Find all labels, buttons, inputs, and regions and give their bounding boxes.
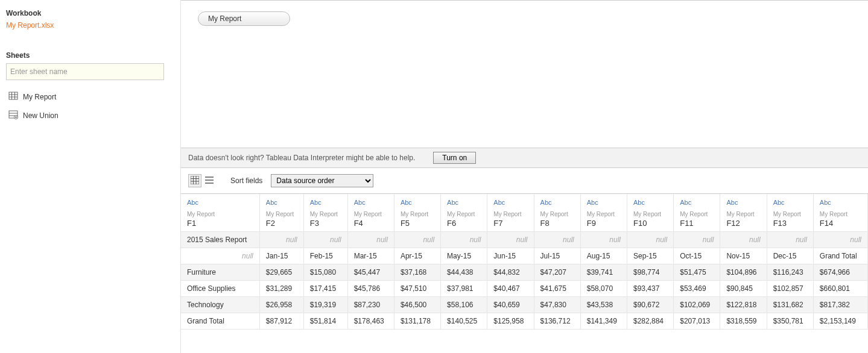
table-cell[interactable]: Jun-15 bbox=[487, 248, 534, 264]
table-cell[interactable]: Apr-15 bbox=[394, 248, 440, 264]
join-canvas[interactable]: My Report bbox=[181, 0, 868, 148]
table-cell[interactable]: $26,958 bbox=[259, 297, 303, 313]
table-cell[interactable]: Grand Total bbox=[813, 248, 867, 264]
column-header-f11[interactable]: AbcMy ReportF11 bbox=[674, 194, 720, 232]
column-header-f9[interactable]: AbcMy ReportF9 bbox=[580, 194, 627, 232]
table-cell[interactable]: $104,896 bbox=[720, 264, 767, 281]
column-header-f8[interactable]: AbcMy ReportF8 bbox=[534, 194, 580, 232]
table-cell[interactable]: null bbox=[674, 232, 720, 248]
table-cell[interactable]: $93,437 bbox=[627, 281, 673, 297]
table-cell[interactable]: null bbox=[303, 232, 347, 248]
table-cell[interactable]: null bbox=[394, 232, 440, 248]
column-header-f1[interactable]: AbcMy ReportF1 bbox=[181, 194, 259, 232]
table-cell[interactable]: $46,500 bbox=[394, 297, 440, 313]
table-cell[interactable]: $37,981 bbox=[441, 281, 487, 297]
table-cell[interactable]: $47,830 bbox=[534, 297, 580, 313]
table-cell[interactable]: $40,467 bbox=[487, 281, 534, 297]
table-cell[interactable]: $141,349 bbox=[580, 313, 627, 330]
table-cell[interactable]: $282,884 bbox=[627, 313, 673, 330]
table-cell[interactable]: $53,469 bbox=[674, 281, 720, 297]
table-cell[interactable]: Mar-15 bbox=[347, 248, 394, 264]
table-cell[interactable]: null bbox=[534, 232, 580, 248]
data-grid-wrapper[interactable]: AbcMy ReportF1AbcMy ReportF2AbcMy Report… bbox=[181, 193, 868, 353]
column-header-f7[interactable]: AbcMy ReportF7 bbox=[487, 194, 534, 232]
table-cell[interactable]: Jan-15 bbox=[259, 248, 303, 264]
table-cell[interactable]: $58,106 bbox=[441, 297, 487, 313]
table-cell[interactable]: $131,178 bbox=[394, 313, 440, 330]
table-cell[interactable]: $47,510 bbox=[394, 281, 440, 297]
column-header-f12[interactable]: AbcMy ReportF12 bbox=[720, 194, 767, 232]
table-cell[interactable]: Feb-15 bbox=[303, 248, 347, 264]
table-cell[interactable]: $2,153,149 bbox=[813, 313, 867, 330]
table-cell[interactable]: $122,818 bbox=[720, 297, 767, 313]
interpreter-turn-on-button[interactable]: Turn on bbox=[433, 152, 476, 164]
table-cell[interactable]: $17,415 bbox=[303, 281, 347, 297]
column-header-f13[interactable]: AbcMy ReportF13 bbox=[767, 194, 813, 232]
column-header-f6[interactable]: AbcMy ReportF6 bbox=[441, 194, 487, 232]
table-cell[interactable]: Oct-15 bbox=[674, 248, 720, 264]
table-cell[interactable]: $102,857 bbox=[767, 281, 813, 297]
table-cell[interactable]: Dec-15 bbox=[767, 248, 813, 264]
table-cell[interactable]: null bbox=[627, 232, 673, 248]
table-cell[interactable]: $660,801 bbox=[813, 281, 867, 297]
table-cell[interactable]: Furniture bbox=[181, 264, 259, 281]
table-cell[interactable]: $47,207 bbox=[534, 264, 580, 281]
table-cell[interactable]: $51,814 bbox=[303, 313, 347, 330]
table-cell[interactable]: $41,675 bbox=[534, 281, 580, 297]
table-cell[interactable]: $40,659 bbox=[487, 297, 534, 313]
column-header-f2[interactable]: AbcMy ReportF2 bbox=[259, 194, 303, 232]
table-cell[interactable]: $136,712 bbox=[534, 313, 580, 330]
table-cell[interactable]: null bbox=[259, 232, 303, 248]
table-cell[interactable]: $44,832 bbox=[487, 264, 534, 281]
table-cell[interactable]: $45,786 bbox=[347, 281, 394, 297]
table-cell[interactable]: $674,966 bbox=[813, 264, 867, 281]
table-cell[interactable]: $817,382 bbox=[813, 297, 867, 313]
new-union-item[interactable]: New Union bbox=[6, 106, 174, 125]
table-cell[interactable]: $45,447 bbox=[347, 264, 394, 281]
table-cell[interactable]: Sep-15 bbox=[627, 248, 673, 264]
table-cell[interactable]: $29,665 bbox=[259, 264, 303, 281]
table-cell[interactable]: 2015 Sales Report bbox=[181, 232, 259, 248]
column-header-f3[interactable]: AbcMy ReportF3 bbox=[303, 194, 347, 232]
column-header-f14[interactable]: AbcMy ReportF14 bbox=[813, 194, 867, 232]
table-cell[interactable]: $90,845 bbox=[720, 281, 767, 297]
table-cell[interactable]: $125,958 bbox=[487, 313, 534, 330]
table-cell[interactable]: null bbox=[441, 232, 487, 248]
table-cell[interactable]: Technology bbox=[181, 297, 259, 313]
table-cell[interactable]: $44,438 bbox=[441, 264, 487, 281]
table-cell[interactable]: $140,525 bbox=[441, 313, 487, 330]
table-cell[interactable]: $37,168 bbox=[394, 264, 440, 281]
sheet-search-input[interactable] bbox=[6, 63, 164, 80]
table-cell[interactable]: $116,243 bbox=[767, 264, 813, 281]
table-cell[interactable]: Office Supplies bbox=[181, 281, 259, 297]
column-header-f4[interactable]: AbcMy ReportF4 bbox=[347, 194, 394, 232]
table-cell[interactable]: $350,781 bbox=[767, 313, 813, 330]
table-cell[interactable]: Aug-15 bbox=[580, 248, 627, 264]
table-cell[interactable]: $39,741 bbox=[580, 264, 627, 281]
table-cell[interactable]: null bbox=[181, 248, 259, 264]
sheet-item-my-report[interactable]: My Report bbox=[6, 87, 174, 106]
table-cell[interactable]: Grand Total bbox=[181, 313, 259, 330]
table-cell[interactable]: null bbox=[813, 232, 867, 248]
table-cell[interactable]: null bbox=[487, 232, 534, 248]
workbook-file-link[interactable]: My Report.xlsx bbox=[6, 21, 174, 30]
table-cell[interactable]: null bbox=[580, 232, 627, 248]
table-cell[interactable]: Nov-15 bbox=[720, 248, 767, 264]
table-cell[interactable]: $51,475 bbox=[674, 264, 720, 281]
table-cell[interactable]: $318,559 bbox=[720, 313, 767, 330]
table-pill-my-report[interactable]: My Report bbox=[198, 11, 290, 26]
table-cell[interactable]: $178,463 bbox=[347, 313, 394, 330]
table-cell[interactable]: $19,319 bbox=[303, 297, 347, 313]
column-header-f10[interactable]: AbcMy ReportF10 bbox=[627, 194, 673, 232]
table-cell[interactable]: $131,682 bbox=[767, 297, 813, 313]
table-cell[interactable]: $15,080 bbox=[303, 264, 347, 281]
column-header-f5[interactable]: AbcMy ReportF5 bbox=[394, 194, 440, 232]
table-cell[interactable]: null bbox=[767, 232, 813, 248]
table-cell[interactable]: $102,069 bbox=[674, 297, 720, 313]
table-cell[interactable]: null bbox=[720, 232, 767, 248]
table-cell[interactable]: $31,289 bbox=[259, 281, 303, 297]
table-cell[interactable]: $43,538 bbox=[580, 297, 627, 313]
table-cell[interactable]: $90,672 bbox=[627, 297, 673, 313]
table-cell[interactable]: $87,912 bbox=[259, 313, 303, 330]
table-cell[interactable]: May-15 bbox=[441, 248, 487, 264]
